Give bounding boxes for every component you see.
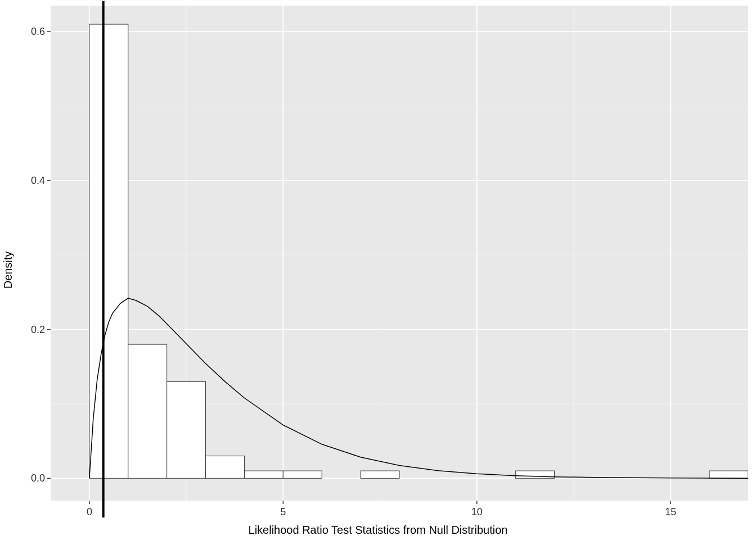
- histogram-bar: [244, 471, 283, 478]
- x-axis-label: Likelihood Ratio Test Statistics from Nu…: [0, 524, 756, 537]
- histogram-bar: [206, 456, 245, 479]
- chart-container: Density 0.00.20.40.6051015 Likelihood Ra…: [0, 0, 756, 540]
- x-tick-label: 0: [87, 506, 92, 518]
- plot-svg: [51, 6, 748, 501]
- x-tick-label: 5: [280, 506, 286, 518]
- histogram-bar: [283, 471, 322, 478]
- histogram-bar: [128, 344, 167, 478]
- y-axis-label: Density: [2, 251, 15, 289]
- histogram-bar: [89, 24, 128, 478]
- y-tick-label: 0.2: [31, 324, 45, 335]
- plot-panel: [51, 6, 748, 501]
- x-tick-label: 10: [471, 506, 483, 518]
- y-tick-label: 0.6: [31, 26, 45, 37]
- histogram-bar: [709, 471, 748, 478]
- histogram-bar: [361, 471, 399, 478]
- histogram-bar: [516, 471, 555, 478]
- y-tick-label: 0.4: [31, 175, 45, 186]
- y-tick-label: 0.0: [31, 472, 45, 484]
- x-tick-label: 15: [665, 506, 676, 518]
- histogram-bar: [167, 381, 206, 478]
